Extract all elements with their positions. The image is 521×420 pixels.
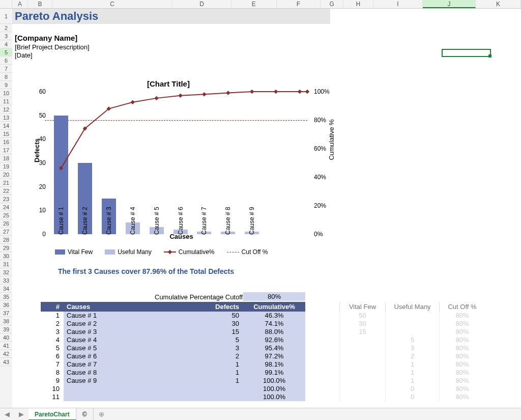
row-header-19[interactable]: 19: [0, 162, 12, 171]
row-header-6[interactable]: 6: [0, 57, 12, 65]
column-headers: ABCDEFGHIJK: [0, 0, 521, 9]
col-causes: Causes: [64, 302, 206, 312]
row-header-29[interactable]: 29: [0, 244, 12, 252]
table-row[interactable]: 4Cause # 4592.6%: [41, 336, 305, 344]
col-header-F[interactable]: F: [277, 0, 321, 8]
sheet-tab-0[interactable]: ParetoChart: [28, 408, 76, 421]
row-header-42[interactable]: 42: [0, 350, 12, 358]
table-row[interactable]: 6Cause # 6297.2%: [41, 352, 305, 360]
row-header-7[interactable]: 7: [0, 65, 12, 73]
nav-next-icon[interactable]: ▶: [19, 410, 24, 418]
ytick-left: 50: [36, 112, 46, 119]
row-header-40[interactable]: 40: [0, 333, 12, 342]
row-header-12[interactable]: 12: [0, 105, 12, 114]
row-header-35[interactable]: 35: [0, 293, 12, 301]
pareto-chart[interactable]: Defects Cumulative % Cause # 1Cause # 2C…: [27, 88, 335, 256]
table-row[interactable]: 11100.0%: [41, 393, 305, 401]
row-header-41[interactable]: 41: [0, 342, 12, 350]
side-table-row[interactable]: 180%: [339, 360, 485, 369]
table-row[interactable]: 7Cause # 7198.1%: [41, 360, 305, 369]
row-header-37[interactable]: 37: [0, 309, 12, 317]
table-row[interactable]: 3Cause # 31588.0%: [41, 328, 305, 336]
side-table-row[interactable]: 3080%: [339, 320, 485, 328]
sheet-tab-1[interactable]: ©: [76, 408, 94, 421]
row-header-10[interactable]: 10: [0, 89, 12, 97]
side-table-row[interactable]: 580%: [339, 336, 485, 344]
row-header-25[interactable]: 25: [0, 211, 12, 219]
company-name-cell[interactable]: [Company Name]: [15, 34, 77, 42]
row-header-8[interactable]: 8: [0, 73, 12, 81]
col-header-I[interactable]: I: [373, 0, 423, 8]
side-table-row[interactable]: 1580%: [339, 328, 485, 336]
col-header-G[interactable]: G: [321, 0, 343, 8]
row-header-21[interactable]: 21: [0, 179, 12, 187]
row-header-33[interactable]: 33: [0, 276, 12, 285]
row-header-5[interactable]: 5: [0, 48, 12, 57]
row-header-27[interactable]: 27: [0, 228, 12, 236]
row-header-14[interactable]: 14: [0, 122, 12, 130]
side-table-header: Vital Few Useful Many Cut Off %: [339, 302, 485, 312]
side-table-row[interactable]: 180%: [339, 369, 485, 377]
row-header-22[interactable]: 22: [0, 187, 12, 195]
row-header-31[interactable]: 31: [0, 260, 12, 268]
col-header-H[interactable]: H: [343, 0, 373, 8]
col-header-A[interactable]: A: [12, 0, 28, 8]
ytick-right: 80%: [314, 117, 335, 124]
row-header-36[interactable]: 36: [0, 301, 12, 309]
row-header-30[interactable]: 30: [0, 252, 12, 260]
table-row[interactable]: 2Cause # 23074.1%: [41, 320, 305, 328]
table-row[interactable]: 10100.0%: [41, 385, 305, 393]
row-header-43[interactable]: 43: [0, 358, 12, 366]
row-header-39[interactable]: 39: [0, 325, 12, 333]
side-table-row[interactable]: 080%: [339, 393, 485, 401]
fill-handle[interactable]: [488, 54, 491, 58]
grid-content[interactable]: Pareto Analysis [Company Name] [Brief Pr…: [12, 9, 521, 408]
add-sheet-button[interactable]: ⊕: [94, 410, 109, 418]
row-header-24[interactable]: 24: [0, 203, 12, 211]
row-header-34[interactable]: 34: [0, 285, 12, 293]
col-header-E[interactable]: E: [231, 0, 277, 8]
table-row[interactable]: 8Cause # 8199.1%: [41, 369, 305, 377]
row-header-26[interactable]: 26: [0, 219, 12, 228]
legend-vital-few: Vital Few: [55, 248, 93, 256]
row-header-3[interactable]: 3: [0, 32, 12, 40]
side-table-row[interactable]: 5080%: [339, 312, 485, 320]
col-header-D[interactable]: D: [172, 0, 231, 8]
row-header-32[interactable]: 32: [0, 268, 12, 276]
row-header-17[interactable]: 17: [0, 146, 12, 154]
row-header-38[interactable]: 38: [0, 317, 12, 325]
row-header-1[interactable]: 1: [0, 9, 12, 24]
row-header-4[interactable]: 4: [0, 40, 12, 48]
side-table-row[interactable]: 380%: [339, 344, 485, 352]
project-desc-cell[interactable]: [Brief Project Description]: [15, 43, 90, 51]
side-table-row[interactable]: 280%: [339, 352, 485, 360]
row-header-11[interactable]: 11: [0, 97, 12, 105]
side-table-row[interactable]: 080%: [339, 385, 485, 393]
ytick-left: 20: [36, 183, 46, 190]
side-table-row[interactable]: 180%: [339, 377, 485, 385]
row-header-15[interactable]: 15: [0, 130, 12, 138]
table-row[interactable]: 1Cause # 15046.3%: [41, 312, 305, 320]
chart-title[interactable]: [Chart Title]: [147, 79, 190, 88]
tab-nav[interactable]: ◀ ▶: [0, 410, 28, 418]
row-header-28[interactable]: 28: [0, 236, 12, 244]
row-header-13[interactable]: 13: [0, 114, 12, 122]
cutoff-value-cell[interactable]: 80%: [243, 292, 305, 301]
col-header-B[interactable]: B: [28, 0, 52, 8]
col-header-J[interactable]: J: [423, 0, 476, 8]
row-header-9[interactable]: 9: [0, 81, 12, 89]
row-header-16[interactable]: 16: [0, 138, 12, 146]
nav-prev-icon[interactable]: ◀: [5, 410, 10, 418]
ytick-left: 60: [36, 88, 46, 95]
row-header-2[interactable]: 2: [0, 24, 12, 32]
row-header-18[interactable]: 18: [0, 154, 12, 162]
active-cell[interactable]: [442, 49, 491, 57]
col-header-K[interactable]: K: [476, 0, 521, 8]
table-row[interactable]: 9Cause # 91100.0%: [41, 377, 305, 385]
date-cell[interactable]: [Date]: [15, 51, 33, 59]
col-header-C[interactable]: C: [52, 0, 173, 8]
row-header-23[interactable]: 23: [0, 195, 12, 203]
table-row[interactable]: 5Cause # 5395.4%: [41, 344, 305, 352]
svg-rect-9: [274, 90, 278, 94]
row-header-20[interactable]: 20: [0, 171, 12, 179]
